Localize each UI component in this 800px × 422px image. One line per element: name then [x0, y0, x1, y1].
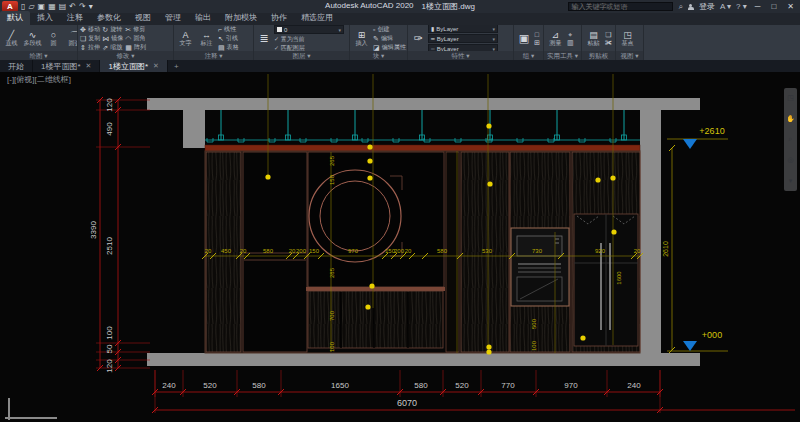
- view-cube-icon[interactable]: ◳: [787, 94, 794, 102]
- tool-修剪[interactable]: ✂修剪: [125, 26, 146, 34]
- tool-icon: ❏: [80, 35, 86, 43]
- bylayer-dropdown[interactable]: ━ByLayer▾: [428, 34, 498, 43]
- panel-name[interactable]: 特性 ▾: [408, 51, 513, 60]
- svg-text:580: 580: [263, 248, 274, 254]
- bylayer-dropdown[interactable]: ▮ByLayer▾: [428, 25, 498, 33]
- more-icon[interactable]: ▾: [789, 177, 793, 185]
- new-tab-button[interactable]: +: [168, 60, 185, 72]
- orbit-icon[interactable]: ◎: [787, 156, 793, 164]
- app-store-icon[interactable]: A ▾: [720, 2, 731, 11]
- ribbon-panel-6: ▣□⊞组 ▾: [514, 25, 544, 60]
- svg-text:20: 20: [205, 248, 212, 254]
- ribbon-tab-5[interactable]: 管理: [158, 11, 188, 25]
- viewport-controls[interactable]: [-][俯视][二维线框]: [7, 74, 71, 85]
- tool-测量[interactable]: ⊿测量: [546, 30, 565, 47]
- search-input[interactable]: [568, 2, 673, 11]
- panel-body: ✥移动❏复制⇕拉伸↻旋转⋈镜像⇗缩放✂修剪◠圆角▦阵列: [78, 25, 173, 51]
- panel-name[interactable]: 图层 ▾: [254, 51, 349, 60]
- ribbon-tab-2[interactable]: 注释: [60, 11, 90, 25]
- ribbon-tab-0[interactable]: 默认: [0, 11, 30, 25]
- search-icon[interactable]: ⌕: [678, 2, 682, 12]
- panel-name[interactable]: 剪贴板: [582, 51, 615, 60]
- tool-编辑[interactable]: ✎编辑: [373, 35, 406, 43]
- tool-缩放[interactable]: ⇗缩放: [102, 44, 123, 52]
- panel-name[interactable]: 视图 ▾: [616, 51, 643, 60]
- ribbon-tab-6[interactable]: 输出: [188, 11, 218, 25]
- panel-name[interactable]: 实用工具 ▾: [544, 51, 581, 60]
- file-tab-0[interactable]: 开始: [0, 60, 33, 72]
- svg-text:770: 770: [501, 381, 515, 390]
- tool-mini-icon[interactable]: ▥: [567, 39, 574, 46]
- ribbon-tab-1[interactable]: 插入: [30, 11, 60, 25]
- ucs-icon[interactable]: [5, 398, 57, 420]
- zoom-magnifier-icon[interactable]: ⌕: [789, 135, 793, 143]
- tool-粘贴[interactable]: ▤粘贴: [584, 30, 603, 47]
- ribbon-tab-7[interactable]: 附加模块: [218, 11, 264, 25]
- maximize-button[interactable]: □: [768, 0, 779, 13]
- tool-圆角[interactable]: ◠圆角: [125, 35, 146, 43]
- navigation-bar[interactable]: ◳✋⌕◎▾: [784, 88, 797, 191]
- layer-color-swatch: [277, 27, 282, 32]
- pan-hand-icon[interactable]: ✋: [786, 115, 795, 123]
- close-tab-icon[interactable]: ✕: [86, 62, 92, 70]
- tool-icon-button[interactable]: ≣: [256, 32, 272, 45]
- tool-旋转[interactable]: ↻旋转: [102, 26, 123, 34]
- tool-mini-icon[interactable]: ❏: [605, 31, 612, 38]
- tool-阵列[interactable]: ▦阵列: [125, 44, 146, 52]
- tool-多段线[interactable]: ∿多段线: [23, 30, 42, 47]
- panel-name[interactable]: 块 ▾: [350, 51, 407, 60]
- ribbon-panel-2: A文字↔标注⌐线性↖引线▤表格注释 ▾: [174, 25, 254, 60]
- tool-圆[interactable]: ○圆: [44, 30, 63, 47]
- tool-文字[interactable]: A文字: [176, 30, 195, 47]
- help-icon[interactable]: ? ▾: [736, 2, 747, 11]
- tool-圆弧[interactable]: ⌒圆弧: [65, 30, 77, 47]
- tool-引线[interactable]: ↖引线: [218, 35, 239, 43]
- tool-基点[interactable]: ◳基点: [618, 30, 637, 47]
- tool-标注[interactable]: ↔标注: [197, 30, 216, 47]
- tool-label: 引线: [226, 34, 238, 43]
- file-tab-1[interactable]: 1楼平面图*✕: [33, 60, 100, 72]
- ribbon-tab-3[interactable]: 参数化: [90, 11, 128, 25]
- svg-text:240: 240: [162, 381, 176, 390]
- user-icon[interactable]: [688, 4, 694, 10]
- tool-镜像[interactable]: ⋈镜像: [102, 35, 123, 43]
- drawing-canvas[interactable]: 2405205801650580520770970240607012049025…: [0, 72, 800, 422]
- tool-编辑属性[interactable]: ◪编辑属性: [373, 44, 406, 52]
- close-tab-icon[interactable]: ✕: [153, 62, 159, 70]
- layer-dropdown[interactable]: 0▾: [274, 25, 344, 34]
- tool-拉伸[interactable]: ⇕拉伸: [80, 44, 100, 52]
- signin-link[interactable]: 登录: [699, 1, 715, 12]
- tool-icon-button[interactable]: ✑: [410, 32, 426, 45]
- tool-直线[interactable]: ╱直线: [2, 30, 21, 47]
- panel-body: ▤粘贴❏✀: [582, 25, 615, 51]
- minimize-button[interactable]: ─: [752, 0, 764, 13]
- panel-name[interactable]: 修改 ▾: [78, 51, 173, 60]
- tool-icon-button[interactable]: ▣: [516, 32, 532, 45]
- panel-column: ∿多段线: [23, 30, 42, 47]
- tool-线性[interactable]: ⌐线性: [218, 26, 239, 34]
- tool-复制[interactable]: ❏复制: [80, 35, 100, 43]
- panel-name[interactable]: 绘图 ▾: [0, 51, 77, 60]
- tool-插入[interactable]: ⊞插入: [352, 30, 371, 47]
- panel-name[interactable]: 注释 ▾: [174, 51, 253, 60]
- panel-name[interactable]: 组 ▾: [514, 51, 543, 60]
- tool-mini-icon[interactable]: □: [534, 31, 540, 38]
- ribbon-tab-8[interactable]: 协作: [264, 11, 294, 25]
- tool-mini-icon[interactable]: ✀: [605, 39, 612, 46]
- tall-cabinet: [572, 152, 640, 352]
- ribbon-panel-0: ╱直线∿多段线○圆⌒圆弧▭◠▩绘图 ▾: [0, 25, 78, 60]
- bylayer-dropdown[interactable]: ┄ByLayer▾: [428, 44, 498, 51]
- tool-表格[interactable]: ▤表格: [218, 44, 239, 52]
- tool-匹配图层[interactable]: ✓ 匹配图层: [274, 44, 344, 51]
- tool-label: 创建: [377, 25, 389, 34]
- tool-创建[interactable]: ▫创建: [373, 26, 406, 34]
- ribbon-tab-9[interactable]: 精选应用: [294, 11, 340, 25]
- tool-mini-icon[interactable]: ⌖: [567, 31, 574, 38]
- file-tab-2[interactable]: 1楼立面图*✕: [100, 60, 167, 72]
- tool-置为当前[interactable]: ✓ 置为当前: [274, 35, 344, 43]
- tool-移动[interactable]: ✥移动: [80, 26, 100, 34]
- drawing-area[interactable]: [-][俯视][二维线框] ◳✋⌕◎▾: [0, 72, 800, 422]
- close-button[interactable]: ✕: [784, 0, 797, 13]
- ribbon-tab-4[interactable]: 视图: [128, 11, 158, 25]
- tool-mini-icon[interactable]: ⊞: [534, 39, 540, 46]
